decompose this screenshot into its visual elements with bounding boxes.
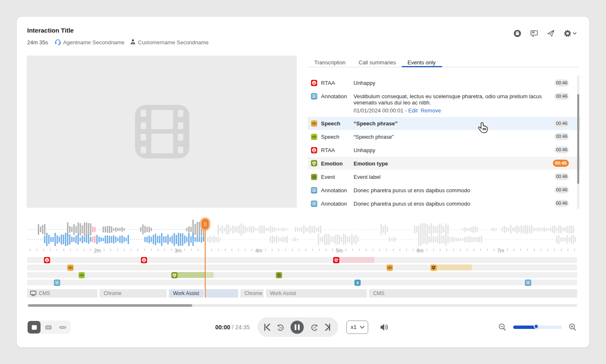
svg-text:15: 15 [313, 326, 316, 329]
svg-text:15: 15 [279, 326, 282, 329]
svg-text:3: 3 [356, 280, 358, 285]
